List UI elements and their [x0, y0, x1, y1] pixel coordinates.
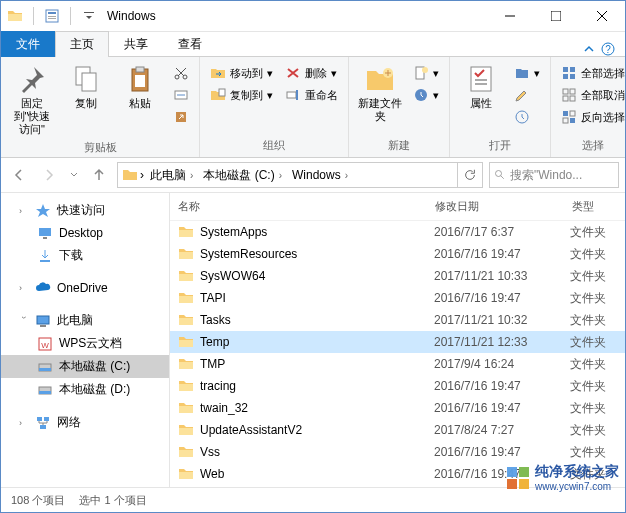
- file-row[interactable]: Tasks2017/11/21 10:32文件夹: [170, 309, 625, 331]
- pin-button[interactable]: 固定到"快速访问": [7, 61, 57, 138]
- up-button[interactable]: [87, 163, 111, 187]
- minimize-button[interactable]: [487, 1, 533, 31]
- tab-view[interactable]: 查看: [163, 31, 217, 57]
- easy-access-button[interactable]: ▾: [409, 85, 443, 105]
- tab-share[interactable]: 共享: [109, 31, 163, 57]
- history-button[interactable]: [510, 107, 544, 127]
- properties-icon[interactable]: [44, 8, 60, 24]
- chevron-right-icon[interactable]: ›: [140, 168, 144, 182]
- folder-icon: [178, 378, 194, 394]
- file-row[interactable]: Vss2016/7/16 19:47文件夹: [170, 441, 625, 463]
- file-date: 2017/11/21 10:32: [426, 313, 562, 327]
- file-date: 2016/7/16 19:47: [426, 379, 562, 393]
- tree-quick-access[interactable]: ›快速访问: [1, 199, 169, 222]
- tree-c-drive[interactable]: 本地磁盘 (C:): [1, 355, 169, 378]
- column-type[interactable]: 类型: [564, 193, 625, 220]
- navigation-pane: ›快速访问 Desktop 下载 ›OneDrive ›此电脑 WWPS云文档 …: [1, 193, 170, 487]
- back-button[interactable]: [7, 163, 31, 187]
- file-row[interactable]: UpdateAssistantV22017/8/24 7:27文件夹: [170, 419, 625, 441]
- paste-icon: [124, 63, 156, 95]
- collapse-icon[interactable]: ›: [19, 316, 29, 326]
- copy-icon: [70, 63, 102, 95]
- svg-rect-28: [563, 67, 568, 72]
- svg-rect-43: [40, 260, 50, 262]
- separator: [70, 7, 71, 25]
- paste-button[interactable]: 粘贴: [115, 61, 165, 112]
- search-icon: [494, 169, 506, 181]
- quick-access-toolbar: [1, 7, 103, 25]
- column-name[interactable]: 名称: [170, 193, 427, 220]
- column-date[interactable]: 修改日期: [427, 193, 564, 220]
- open-button[interactable]: ▾: [510, 63, 544, 83]
- file-row[interactable]: tracing2016/7/16 19:47文件夹: [170, 375, 625, 397]
- file-name: Web: [200, 467, 224, 481]
- search-box[interactable]: 搜索"Windo...: [489, 162, 619, 188]
- edit-icon: [514, 87, 530, 103]
- file-row[interactable]: TAPI2016/7/16 19:47文件夹: [170, 287, 625, 309]
- open-icon: [514, 65, 530, 81]
- copy-path-button[interactable]: [169, 85, 193, 105]
- file-row[interactable]: twain_322016/7/16 19:47文件夹: [170, 397, 625, 419]
- ribbon-group-organize: 移动到▾ 复制到▾ 删除▾ 重命名 组织: [200, 57, 349, 157]
- file-row[interactable]: TMP2017/9/4 16:24文件夹: [170, 353, 625, 375]
- delete-button[interactable]: 删除▾: [281, 63, 342, 83]
- ribbon-collapse[interactable]: ?: [573, 42, 625, 56]
- expand-icon[interactable]: ›: [19, 206, 29, 216]
- copy-to-button[interactable]: 复制到▾: [206, 85, 277, 105]
- invert-selection-button[interactable]: 反向选择: [557, 107, 626, 127]
- tree-this-pc[interactable]: ›此电脑: [1, 309, 169, 332]
- paste-shortcut-button[interactable]: [169, 107, 193, 127]
- file-name: TMP: [200, 357, 225, 371]
- file-date: 2017/11/21 12:33: [426, 335, 562, 349]
- file-row[interactable]: SysWOW642017/11/21 10:33文件夹: [170, 265, 625, 287]
- file-row[interactable]: Temp2017/11/21 12:33文件夹: [170, 331, 625, 353]
- svg-rect-54: [40, 425, 46, 429]
- tab-file[interactable]: 文件: [1, 31, 55, 57]
- tree-onedrive[interactable]: ›OneDrive: [1, 277, 169, 299]
- help-icon[interactable]: ?: [601, 42, 615, 56]
- properties-button[interactable]: 属性: [456, 61, 506, 112]
- network-icon: [35, 415, 51, 431]
- file-row[interactable]: Web2016/7/16 19:47文件夹: [170, 463, 625, 485]
- select-none-button[interactable]: 全部取消: [557, 85, 626, 105]
- file-date: 2016/7/16 19:47: [426, 445, 562, 459]
- qat-dropdown-icon[interactable]: [81, 8, 97, 24]
- new-item-icon: [413, 65, 429, 81]
- close-button[interactable]: [579, 1, 625, 31]
- edit-button[interactable]: [510, 85, 544, 105]
- new-item-button[interactable]: ▾: [409, 63, 443, 83]
- crumb-windows[interactable]: Windows›: [288, 168, 352, 182]
- svg-point-40: [496, 171, 502, 177]
- tree-downloads[interactable]: 下载: [1, 244, 169, 267]
- tree-desktop[interactable]: Desktop: [1, 222, 169, 244]
- folder-icon: [178, 290, 194, 306]
- crumb-this-pc[interactable]: 此电脑›: [146, 167, 197, 184]
- tree-d-drive[interactable]: 本地磁盘 (D:): [1, 378, 169, 401]
- wps-icon: W: [37, 336, 53, 352]
- history-dropdown[interactable]: [67, 163, 81, 187]
- svg-rect-49: [39, 368, 51, 371]
- file-name: Temp: [200, 335, 229, 349]
- svg-rect-26: [475, 83, 487, 85]
- tree-wps-cloud[interactable]: WWPS云文档: [1, 332, 169, 355]
- move-to-button[interactable]: 移动到▾: [206, 63, 277, 83]
- folder-icon: [178, 356, 194, 372]
- file-row[interactable]: SystemResources2016/7/16 19:47文件夹: [170, 243, 625, 265]
- copy-button[interactable]: 复制: [61, 61, 111, 112]
- refresh-button[interactable]: [458, 162, 483, 188]
- select-all-button[interactable]: 全部选择: [557, 63, 626, 83]
- tree-network[interactable]: ›网络: [1, 411, 169, 434]
- easy-access-icon: [413, 87, 429, 103]
- tab-home[interactable]: 主页: [55, 31, 109, 57]
- folder-icon: [178, 312, 194, 328]
- breadcrumb[interactable]: › 此电脑› 本地磁盘 (C:)› Windows›: [117, 162, 458, 188]
- cut-button[interactable]: [169, 63, 193, 83]
- file-row[interactable]: SystemApps2016/7/17 6:37文件夹: [170, 221, 625, 243]
- crumb-c-drive[interactable]: 本地磁盘 (C:)›: [199, 167, 286, 184]
- forward-button[interactable]: [37, 163, 61, 187]
- new-folder-button[interactable]: 新建文件夹: [355, 61, 405, 125]
- svg-rect-11: [136, 67, 144, 72]
- file-list[interactable]: SystemApps2016/7/17 6:37文件夹SystemResourc…: [170, 221, 625, 487]
- maximize-button[interactable]: [533, 1, 579, 31]
- rename-button[interactable]: 重命名: [281, 85, 342, 105]
